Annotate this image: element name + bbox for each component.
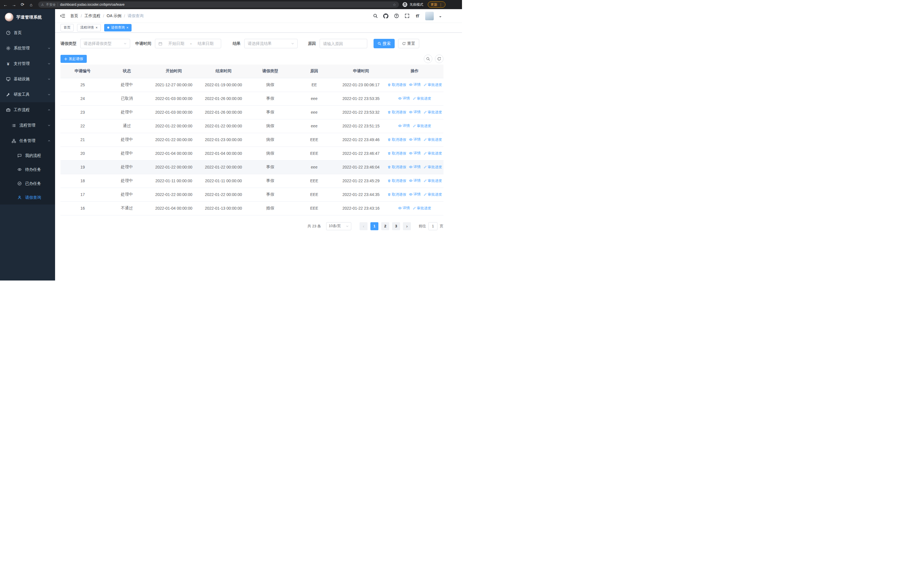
breadcrumb-item[interactable]: OA 示例 (107, 14, 121, 18)
cell-endTime: 2022-01-26 00:00:00 (199, 92, 248, 105)
cancel-action-link[interactable]: 取消请假 (387, 151, 406, 156)
progress-action-link[interactable]: 审批进度 (423, 83, 442, 87)
chevron-down-icon (48, 47, 51, 50)
app-logo-row: 芋道管理系统 (0, 9, 55, 25)
breadcrumb-separator: / (124, 14, 125, 18)
detail-action-link[interactable]: 详情 (409, 164, 421, 169)
address-bar[interactable]: ⚠ 不安全 dashboard.yudao.iocoder.cn/bpm/oa/… (38, 2, 399, 8)
cancel-action-link[interactable]: 取消请假 (387, 83, 406, 87)
font-size-icon[interactable]: tT (415, 13, 420, 19)
avatar[interactable] (425, 12, 434, 20)
reason-input[interactable] (320, 39, 367, 48)
reload-icon[interactable]: ⟳ (19, 1, 26, 8)
cancel-action-link[interactable]: 取消请假 (387, 192, 406, 197)
page-size-select[interactable]: 10条/页 (326, 222, 351, 230)
detail-action-link[interactable]: 详情 (409, 137, 421, 142)
leave-type-select[interactable]: 请选择请假类型 (80, 39, 130, 48)
tab-leave-query[interactable]: 请假查询 × (104, 24, 132, 32)
bookmark-star-icon[interactable]: ☆ (393, 3, 396, 7)
search-button[interactable]: 搜索 (374, 39, 394, 48)
cell-reason: eee (292, 92, 336, 105)
sidebar-item-leave-query[interactable]: 请假查询 (0, 191, 55, 205)
sidebar-item-workflow[interactable]: 工作流程 (0, 102, 55, 118)
create-leave-button[interactable]: 发起请假 (60, 55, 87, 63)
sidebar: 芋道管理系统 首页 系统管理 ¥ 支付管理 (0, 9, 55, 281)
progress-action-link[interactable]: 审批进度 (412, 96, 431, 101)
tab-process-detail[interactable]: 流程详情 × (77, 24, 101, 32)
sidebar-item-todo-tasks[interactable]: 待办任务 (0, 162, 55, 176)
incognito-icon (402, 2, 408, 7)
sidebar-item-payment[interactable]: ¥ 支付管理 (0, 56, 55, 71)
progress-action-link[interactable]: 审批进度 (412, 124, 431, 129)
browser-menu-icon[interactable]: ⋮ (439, 3, 442, 7)
cell-actions: 取消请假详情审批进度 (386, 146, 444, 160)
fold-menu-icon[interactable] (59, 13, 66, 19)
toggle-search-button[interactable] (424, 54, 432, 63)
close-icon[interactable]: × (126, 26, 128, 29)
detail-action-link[interactable]: 详情 (409, 110, 421, 114)
close-icon[interactable]: × (96, 26, 98, 29)
prev-page-button[interactable]: ‹ (360, 222, 368, 230)
progress-action-link[interactable]: 审批进度 (412, 206, 431, 211)
home-icon[interactable]: ⌂ (27, 1, 35, 8)
detail-action-link[interactable]: 详情 (398, 123, 410, 128)
yen-icon: ¥ (6, 62, 10, 66)
caret-down-icon[interactable] (439, 16, 441, 18)
cell-endTime: 2022-01-19 00:00:00 (199, 78, 248, 92)
cell-id: 16 (60, 202, 105, 215)
sidebar-item-done-tasks[interactable]: 已办任务 (0, 176, 55, 191)
cell-reason: EEE (292, 188, 336, 202)
detail-action-link[interactable]: 详情 (409, 192, 421, 197)
fullscreen-icon[interactable] (404, 13, 410, 19)
cancel-action-link[interactable]: 取消请假 (387, 110, 406, 115)
next-page-button[interactable]: › (403, 222, 411, 230)
sidebar-item-task-management[interactable]: 任务管理 (0, 133, 55, 149)
refresh-table-button[interactable] (435, 54, 444, 63)
github-icon[interactable] (383, 13, 388, 19)
cancel-action-link[interactable]: 取消请假 (387, 179, 406, 183)
chevron-down-icon (123, 42, 127, 45)
start-date-placeholder: 开始日期 (164, 41, 189, 46)
breadcrumb-item[interactable]: 工作流程 (84, 14, 100, 18)
progress-action-link[interactable]: 审批进度 (423, 137, 442, 142)
refresh-icon (437, 57, 441, 61)
goto-page-input[interactable] (428, 222, 438, 230)
cell-leaveType: 事假 (248, 92, 292, 105)
sidebar-item-home[interactable]: 首页 (0, 25, 55, 41)
list-icon (11, 123, 16, 128)
page-button-3[interactable]: 3 (392, 222, 400, 230)
forward-icon[interactable]: → (10, 1, 18, 8)
search-icon[interactable] (372, 13, 378, 19)
reset-button[interactable]: 重置 (398, 39, 419, 48)
detail-action-link[interactable]: 详情 (409, 178, 421, 183)
cell-applyTime: 2022-01-22 23:46:47 (336, 146, 386, 160)
help-icon[interactable] (393, 13, 399, 19)
progress-action-link[interactable]: 审批进度 (423, 110, 442, 115)
detail-action-link[interactable]: 详情 (398, 96, 410, 101)
result-select[interactable]: 请选择流结果 (244, 39, 298, 48)
sidebar-item-process-management[interactable]: 流程管理 (0, 118, 55, 133)
progress-action-link[interactable]: 审批进度 (423, 165, 442, 170)
progress-action-link[interactable]: 审批进度 (423, 179, 442, 183)
breadcrumb-item[interactable]: 首页 (70, 14, 78, 18)
detail-action-link[interactable]: 详情 (409, 82, 421, 87)
page-button-2[interactable]: 2 (381, 222, 389, 230)
apply-time-range-picker[interactable]: 开始日期 - 结束日期 (155, 39, 221, 48)
browser-update-button[interactable]: 更新 ⋮ (428, 2, 446, 8)
detail-action-link[interactable]: 详情 (409, 151, 421, 156)
col-header-start-time: 开始时间 (149, 65, 199, 78)
tag-bar: 首页 流程详情 × 请假查询 × (55, 23, 462, 33)
back-icon[interactable]: ← (2, 1, 9, 8)
page-button-1[interactable]: 1 (370, 222, 378, 230)
sidebar-item-system[interactable]: 系统管理 (0, 41, 55, 56)
detail-action-link[interactable]: 详情 (398, 206, 410, 211)
sidebar-item-my-processes[interactable]: 我的流程 (0, 149, 55, 162)
leave-table-body: 25处理中2021-12-27 00:00:002022-01-19 00:00… (60, 78, 444, 215)
sidebar-item-infrastructure[interactable]: 基础设施 (0, 71, 55, 87)
progress-action-link[interactable]: 审批进度 (423, 151, 442, 156)
sidebar-item-devtools[interactable]: 研发工具 (0, 87, 55, 102)
progress-action-link[interactable]: 审批进度 (423, 192, 442, 197)
tab-home[interactable]: 首页 (60, 24, 74, 32)
cancel-action-link[interactable]: 取消请假 (387, 137, 406, 142)
cancel-action-link[interactable]: 取消请假 (387, 165, 406, 170)
